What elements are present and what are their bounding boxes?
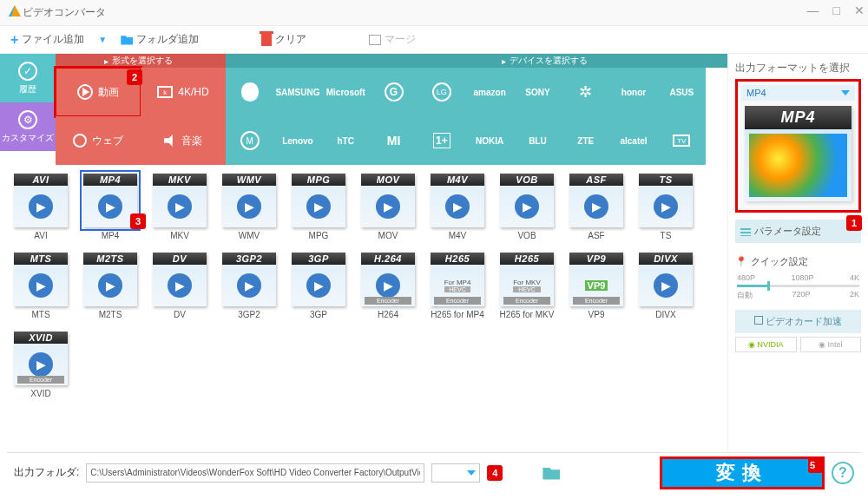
history-button[interactable]: ✓ 履歴 xyxy=(0,54,56,102)
customize-button[interactable]: ⚙ カスタマイズ xyxy=(0,102,56,151)
format-grid-area: AVI▶AVIMP4▶MP43MKV▶MKVWMV▶WMVMPG▶MPGMOV▶… xyxy=(0,165,712,443)
resolution-slider[interactable] xyxy=(737,285,859,287)
brand-microsoft[interactable]: Microsoft xyxy=(322,68,370,116)
format-thumb: VOB▶ xyxy=(500,174,554,227)
format-tag: WMV xyxy=(222,174,276,186)
parameter-settings-button[interactable]: パラメータ設定 xyxy=(735,220,861,243)
brand-lenovo[interactable]: Lenovo xyxy=(273,116,321,165)
help-button[interactable]: ? xyxy=(832,462,854,484)
brand-sony[interactable]: SONY xyxy=(514,68,562,116)
format-mp4[interactable]: MP4▶MP43 xyxy=(80,174,141,240)
format-3gp2[interactable]: 3GP2▶3GP2 xyxy=(219,253,279,319)
brand-huawei[interactable]: ✲ xyxy=(562,68,609,116)
brand-lg[interactable]: LG xyxy=(418,68,465,116)
format-m2ts[interactable]: M2TS▶M2TS xyxy=(80,253,141,319)
format-mkv[interactable]: MKV▶MKV xyxy=(149,174,210,240)
format-glyph-icon: ▶ xyxy=(29,273,53,298)
format-m4v[interactable]: M4V▶M4V xyxy=(427,174,488,240)
brand-blu[interactable]: BLU xyxy=(514,116,562,165)
category-web[interactable]: ウェブ xyxy=(56,116,141,165)
format-glyph-icon: ▶ xyxy=(515,194,539,219)
brand-oneplus[interactable]: 1+ xyxy=(418,116,465,165)
format-label: MP4 xyxy=(102,231,120,240)
intel-button[interactable]: ◉ Intel xyxy=(800,337,862,352)
format-dv[interactable]: DV▶DV xyxy=(149,253,210,319)
brand-mi[interactable]: MI xyxy=(370,116,418,165)
clear-button[interactable]: クリア xyxy=(261,32,306,47)
format-h265-for-mkv[interactable]: H265For MKVHEVCEncoderH265 for MKV xyxy=(496,253,557,319)
format-label: MPG xyxy=(309,231,329,240)
brand-zte[interactable]: ZTE xyxy=(562,116,609,165)
category-4k[interactable]: k 4K/HD xyxy=(141,68,226,116)
format-mpg[interactable]: MPG▶MPG xyxy=(288,174,349,240)
format-thumb: MOV▶ xyxy=(361,174,415,227)
category-audio-label: 音楽 xyxy=(181,134,202,148)
format-ts[interactable]: TS▶TS xyxy=(635,174,696,240)
folder-icon xyxy=(121,35,133,45)
4k-icon: k xyxy=(157,86,173,98)
brand-moto[interactable]: M xyxy=(226,116,273,165)
category-video[interactable]: 動画 2 xyxy=(56,68,141,116)
format-tag: VOB xyxy=(500,174,554,186)
maximize-button[interactable]: □ xyxy=(833,3,840,17)
brand-g[interactable]: G xyxy=(370,68,418,116)
format-vob[interactable]: VOB▶VOB xyxy=(496,174,557,240)
output-folder-label: 出力フォルダ: xyxy=(14,465,79,480)
output-folder-input[interactable] xyxy=(86,463,424,483)
brand-nokia[interactable]: NOKIA xyxy=(465,116,513,165)
format-thumb: 3GP2▶ xyxy=(222,253,276,306)
nvidia-button[interactable]: ◉ NVIDIA xyxy=(735,337,797,352)
format-label: H265 for MKV xyxy=(500,310,555,319)
format-divx[interactable]: DIVX▶DIVX xyxy=(635,253,696,319)
format-glyph-icon: ▶ xyxy=(29,194,53,219)
format-3gp[interactable]: 3GP▶3GP xyxy=(288,253,349,319)
format-dropdown-icon[interactable] xyxy=(841,90,850,95)
format-glyph-icon: ▶ xyxy=(376,194,400,219)
brand-alcatel[interactable]: alcatel xyxy=(609,116,657,165)
format-h264[interactable]: H.264▶EncoderH264 xyxy=(358,253,418,319)
category-audio[interactable]: 音楽 xyxy=(141,116,226,165)
format-mov[interactable]: MOV▶MOV xyxy=(358,174,418,240)
bottom-bar: 出力フォルダ: 4 変換 5 ? xyxy=(7,452,861,492)
format-avi[interactable]: AVI▶AVI xyxy=(10,174,71,240)
add-folder-button[interactable]: フォルダ追加 xyxy=(121,32,199,47)
brand-tv[interactable]: TV xyxy=(658,116,706,165)
format-asf[interactable]: ASF▶ASF xyxy=(566,174,627,240)
add-file-label: ファイル追加 xyxy=(22,32,84,47)
format-tag: H.264 xyxy=(361,253,415,265)
format-h265-for-mp4[interactable]: H265For MP4HEVCEncoderH265 for MP4 xyxy=(427,253,488,319)
format-tag: AVI xyxy=(14,174,68,186)
brand-htc[interactable]: hTC xyxy=(322,116,370,165)
huawei-icon: ✲ xyxy=(579,82,592,102)
format-xvid[interactable]: XVID▶EncoderXVID xyxy=(10,332,71,398)
minimize-button[interactable]: — xyxy=(807,3,819,17)
add-file-dropdown[interactable]: ▼ xyxy=(98,35,107,44)
customize-label: カスタマイズ xyxy=(2,132,54,144)
close-button[interactable]: ✕ xyxy=(854,3,865,17)
format-thumb: VP9VP9Encoder xyxy=(569,253,623,306)
convert-button[interactable]: 変換 5 xyxy=(660,456,825,489)
brand-amazon[interactable]: amazon xyxy=(465,68,513,116)
gpu-accel-button[interactable]: ビデオカード加速 xyxy=(735,310,861,333)
format-thumb: XVID▶Encoder xyxy=(14,332,68,385)
open-folder-button[interactable] xyxy=(542,466,560,480)
format-thumb: 3GP▶ xyxy=(292,253,345,306)
format-vp9[interactable]: VP9VP9EncoderVP9 xyxy=(566,253,627,319)
format-tag: H265 xyxy=(500,253,554,265)
format-glyph-icon: ▶ xyxy=(654,273,678,298)
output-folder-dropdown[interactable] xyxy=(431,463,480,483)
format-wmv[interactable]: WMV▶WMV xyxy=(219,174,279,240)
format-thumb: H265For MKVHEVCEncoder xyxy=(500,253,554,306)
speaker-icon xyxy=(164,135,176,147)
brand-asus[interactable]: ASUS xyxy=(658,68,706,116)
merge-button[interactable]: マージ xyxy=(369,32,416,47)
brand-samsung[interactable]: SAMSUNG xyxy=(273,68,321,116)
format-glyph-icon: ▶ xyxy=(237,273,261,298)
format-label: AVI xyxy=(34,231,47,240)
brand-honor[interactable]: honor xyxy=(609,68,657,116)
chip-icon xyxy=(754,316,763,325)
brand-apple[interactable] xyxy=(226,68,273,116)
add-file-button[interactable]: + ファイル追加 xyxy=(10,32,84,48)
format-mts[interactable]: MTS▶MTS xyxy=(10,253,71,319)
format-preview[interactable]: MP4 MP4 1 xyxy=(735,79,861,213)
